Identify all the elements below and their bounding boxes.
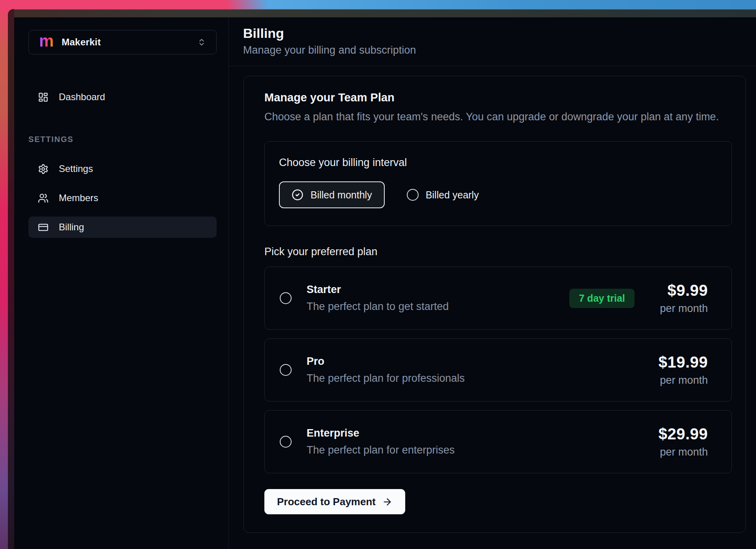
- interval-option-yearly[interactable]: Billed yearly: [407, 189, 479, 201]
- plan-name: Starter: [307, 284, 569, 296]
- plan-price: $9.99: [653, 282, 708, 299]
- radio-circle-icon[interactable]: [280, 364, 292, 376]
- trial-badge: 7 day trial: [569, 289, 634, 308]
- plan-description: The perfect plan for enterprises: [307, 444, 653, 456]
- sidebar-item-billing[interactable]: Billing: [28, 217, 217, 238]
- plan-row-enterprise[interactable]: Enterprise The perfect plan for enterpri…: [264, 410, 732, 473]
- page-title: Billing: [243, 25, 742, 41]
- card-description: Choose a plan that fits your team's need…: [264, 111, 732, 123]
- plan-price: $29.99: [653, 425, 708, 443]
- app-window: m Makerkit Dashboard SETTINGS: [8, 9, 756, 549]
- plan-description: The perfect plan to get started: [307, 301, 569, 313]
- plan-info: Starter The perfect plan to get started: [307, 284, 569, 313]
- plan-info: Pro The perfect plan for professionals: [307, 355, 653, 385]
- arrow-right-icon: [382, 497, 393, 507]
- users-icon: [38, 193, 49, 204]
- team-selector[interactable]: m Makerkit: [28, 30, 217, 54]
- plan-row-pro[interactable]: Pro The perfect plan for professionals $…: [264, 338, 732, 401]
- radio-circle-icon: [407, 189, 419, 201]
- plan-period: per month: [653, 374, 708, 387]
- plan-name: Enterprise: [307, 427, 653, 439]
- sidebar-item-label: Settings: [59, 163, 93, 174]
- sidebar-item-label: Dashboard: [59, 92, 105, 103]
- cta-label: Proceed to Payment: [277, 496, 376, 508]
- interval-option-monthly[interactable]: Billed monthly: [279, 181, 385, 208]
- plan-description: The perfect plan for professionals: [307, 372, 653, 385]
- sidebar: m Makerkit Dashboard SETTINGS: [14, 17, 229, 549]
- chevrons-up-down-icon: [197, 38, 206, 47]
- credit-card-icon: [38, 222, 49, 233]
- sidebar-item-label: Members: [59, 192, 98, 204]
- sidebar-item-members[interactable]: Members: [28, 187, 217, 209]
- interval-option-label: Billed monthly: [311, 189, 372, 201]
- plan-row-starter[interactable]: Starter The perfect plan to get started …: [264, 267, 732, 330]
- team-name: Makerkit: [62, 37, 189, 48]
- proceed-to-payment-button[interactable]: Proceed to Payment: [264, 489, 405, 514]
- billing-interval-options: Billed monthly Billed yearly: [279, 181, 717, 208]
- plan-price: $19.99: [653, 353, 708, 371]
- plan-price-block: $29.99 per month: [653, 425, 708, 458]
- radio-circle-icon[interactable]: [280, 292, 292, 304]
- interval-option-label: Billed yearly: [426, 189, 479, 201]
- check-circle-icon: [292, 189, 303, 201]
- sidebar-item-label: Billing: [59, 222, 84, 233]
- plan-period: per month: [653, 446, 708, 458]
- plan-picker-label: Pick your preferred plan: [264, 246, 732, 258]
- billing-interval-card: Choose your billing interval Billed mont…: [264, 141, 732, 226]
- page-subtitle: Manage your billing and subscription: [243, 44, 742, 56]
- page-header: Billing Manage your billing and subscrip…: [229, 17, 756, 66]
- plan-info: Enterprise The perfect plan for enterpri…: [307, 427, 653, 456]
- sidebar-nav: Dashboard SETTINGS Settings Members: [28, 86, 217, 246]
- sidebar-item-settings[interactable]: Settings: [28, 158, 217, 179]
- team-plan-card: Manage your Team Plan Choose a plan that…: [243, 76, 746, 533]
- main-area: Billing Manage your billing and subscrip…: [229, 17, 756, 549]
- desktop-wallpaper-top: [0, 0, 756, 9]
- app-body: m Makerkit Dashboard SETTINGS: [14, 17, 756, 549]
- billing-interval-label: Choose your billing interval: [279, 157, 717, 169]
- plan-price-block: $9.99 per month: [653, 282, 708, 315]
- makerkit-logo-icon: m: [39, 33, 54, 49]
- window-titlebar[interactable]: [14, 9, 756, 17]
- plan-period: per month: [653, 303, 708, 315]
- sidebar-item-dashboard[interactable]: Dashboard: [28, 86, 217, 108]
- plan-name: Pro: [307, 355, 653, 368]
- gear-icon: [38, 164, 49, 174]
- sidebar-section-settings: SETTINGS: [28, 135, 217, 144]
- card-title: Manage your Team Plan: [264, 90, 732, 105]
- page-content: Manage your Team Plan Choose a plan that…: [229, 66, 756, 549]
- dashboard-icon: [38, 92, 49, 103]
- radio-circle-icon[interactable]: [280, 436, 292, 448]
- plan-price-block: $19.99 per month: [653, 353, 708, 387]
